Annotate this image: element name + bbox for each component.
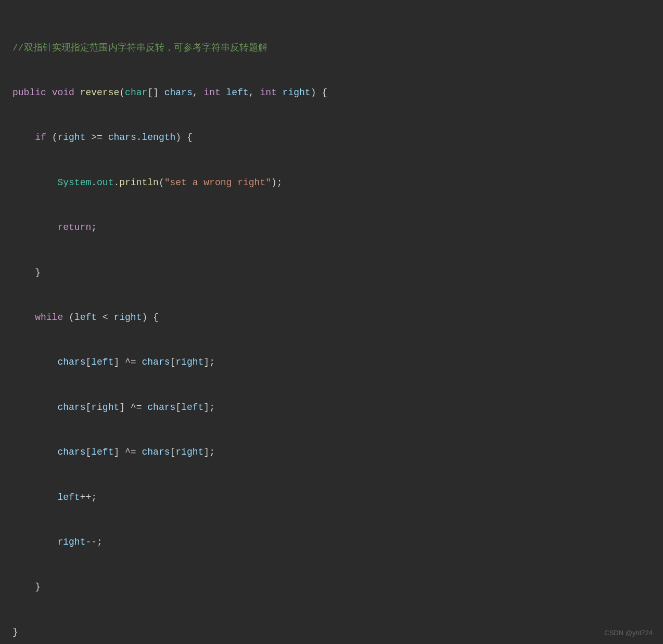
while-line: while (left < right) { [12, 310, 651, 325]
code-container: //双指针实现指定范围内字符串反转，可参考字符串反转题解 public void… [12, 10, 651, 644]
xor-line-2: chars[right] ^= chars[left]; [12, 400, 651, 415]
xor-line-3: chars[left] ^= chars[right]; [12, 445, 651, 460]
close-while-line: } [12, 579, 651, 595]
left-incr-line: left++; [12, 490, 651, 505]
method-signature-line: public void reverse(char[] chars, int le… [12, 85, 651, 100]
code-block: //双指针实现指定范围内字符串反转，可参考字符串反转题解 public void… [12, 10, 651, 644]
comment-line-1: //双指针实现指定范围内字符串反转，可参考字符串反转题解 [12, 41, 651, 56]
close-method-1: } [12, 625, 651, 640]
system-println-line: System.out.println("set a wrong right"); [12, 175, 651, 190]
return-line: return; [12, 220, 651, 235]
close-if-line: } [12, 265, 651, 280]
if-line: if (right >= chars.length) { [12, 130, 651, 145]
xor-line-1: chars[left] ^= chars[right]; [12, 355, 651, 370]
watermark: CSDN @yht724 [604, 628, 653, 639]
right-decr-line: right--; [12, 535, 651, 550]
